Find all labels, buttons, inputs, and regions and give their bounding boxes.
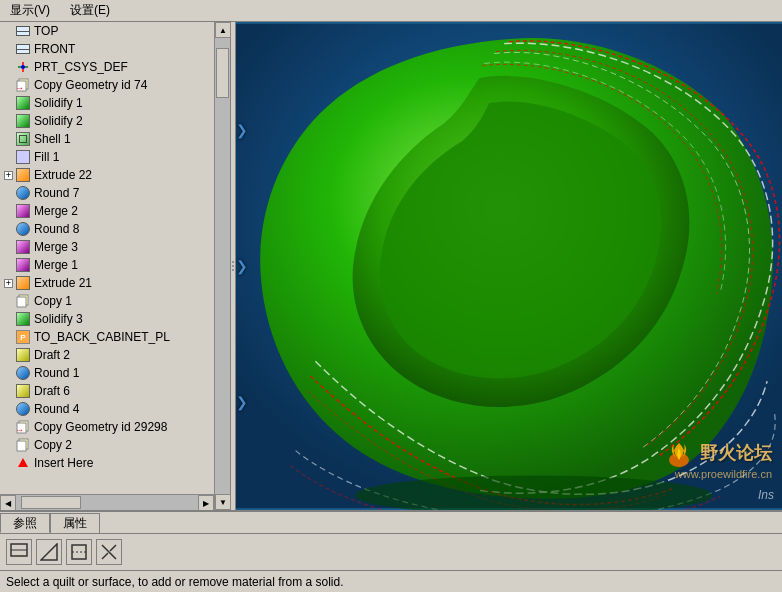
icon-shell1 [15,131,31,147]
icon-draft6 [15,383,31,399]
icon-top [15,23,31,39]
vp-arrow-2[interactable]: ❯ [236,258,248,274]
splitter-dot [232,261,234,263]
tree-item-prt_csys_def[interactable]: PRT_CSYS_DEF [0,58,214,76]
icon-prt_csys_def [15,59,31,75]
select-tool-btn[interactable] [6,539,32,565]
label-fill1: Fill 1 [34,150,59,164]
tree-item-copy_geom_74[interactable]: →Copy Geometry id 74 [0,76,214,94]
menu-display[interactable]: 显示(V) [4,0,56,21]
label-round7: Round 7 [34,186,79,200]
vscroll-thumb[interactable] [216,48,229,98]
viewport-mode-label: Ins [758,488,774,502]
svg-line-18 [41,544,57,560]
vscroll-down-btn[interactable]: ▼ [215,494,231,510]
tree-item-extrude22[interactable]: +Extrude 22 [0,166,214,184]
menu-settings[interactable]: 设置(E) [64,0,116,21]
label-copy_geom_29298: Copy Geometry id 29298 [34,420,167,434]
tab-properties[interactable]: 属性 [50,513,100,533]
hscroll-thumb[interactable] [21,496,81,509]
bottom-tabs: 参照 属性 [0,512,782,534]
icon-round4 [15,401,31,417]
sketch-icon [40,543,58,561]
icon-merge3 [15,239,31,255]
sketch-tool-btn[interactable] [36,539,62,565]
watermark-url: www.proewildfire.cn [675,468,772,480]
icon-fill1 [15,149,31,165]
icon-merge1 [15,257,31,273]
svg-marker-11 [18,458,28,467]
model-tree[interactable]: TOPFRONTPRT_CSYS_DEF→Copy Geometry id 74… [0,22,214,494]
tree-item-solidify3[interactable]: Solidify 3 [0,310,214,328]
label-copy2: Copy 2 [34,438,72,452]
trim-icon [100,543,118,561]
vp-arrow-1[interactable]: ❯ [236,122,248,138]
label-draft6: Draft 6 [34,384,70,398]
tree-item-merge3[interactable]: Merge 3 [0,238,214,256]
tree-item-fill1[interactable]: Fill 1 [0,148,214,166]
tree-item-draft6[interactable]: Draft 6 [0,382,214,400]
bottom-toolbar [0,534,782,570]
icon-round1 [15,365,31,381]
tree-item-solidify1[interactable]: Solidify 1 [0,94,214,112]
label-prt_csys_def: PRT_CSYS_DEF [34,60,128,74]
label-insert_here: Insert Here [34,456,93,470]
hscroll-track [16,495,198,510]
icon-round8 [15,221,31,237]
expand-btn-extrude21[interactable]: + [4,279,13,288]
tree-horizontal-scrollbar[interactable]: ◀ ▶ [0,494,214,510]
tree-item-draft2[interactable]: Draft 2 [0,346,214,364]
tree-item-round7[interactable]: Round 7 [0,184,214,202]
icon-solidify1 [15,95,31,111]
tree-item-round8[interactable]: Round 8 [0,220,214,238]
tree-item-merge2[interactable]: Merge 2 [0,202,214,220]
tree-item-merge1[interactable]: Merge 1 [0,256,214,274]
status-text: Select a quilt or surface, to add or rem… [6,575,343,589]
hscroll-right-btn[interactable]: ▶ [198,495,214,510]
tree-item-shell1[interactable]: Shell 1 [0,130,214,148]
tree-item-copy1[interactable]: Copy 1 [0,292,214,310]
tree-item-round1[interactable]: Round 1 [0,364,214,382]
fire-icon [664,438,694,468]
icon-copy_geom_29298: → [15,419,31,435]
tree-item-extrude21[interactable]: +Extrude 21 [0,274,214,292]
vp-arrow-3[interactable]: ❯ [236,394,248,410]
label-shell1: Shell 1 [34,132,71,146]
tree-item-insert_here[interactable]: Insert Here [0,454,214,472]
3d-shape [236,22,782,510]
svg-point-2 [21,65,25,69]
tree-item-copy2[interactable]: Copy 2 [0,436,214,454]
label-top: TOP [34,24,58,38]
status-bar: Select a quilt or surface, to add or rem… [0,570,782,592]
label-extrude21: Extrude 21 [34,276,92,290]
tree-item-top[interactable]: TOP [0,22,214,40]
label-solidify3: Solidify 3 [34,312,83,326]
hscroll-left-btn[interactable]: ◀ [0,495,16,510]
label-draft2: Draft 2 [34,348,70,362]
model-tree-panel: TOPFRONTPRT_CSYS_DEF→Copy Geometry id 74… [0,22,214,510]
splitter-dot [232,269,234,271]
icon-solidify2 [15,113,31,129]
main-layout: TOPFRONTPRT_CSYS_DEF→Copy Geometry id 74… [0,22,782,510]
tree-item-round4[interactable]: Round 4 [0,400,214,418]
3d-shape-svg [236,22,782,510]
tab-reference[interactable]: 参照 [0,513,50,533]
left-panel-wrapper: TOPFRONTPRT_CSYS_DEF→Copy Geometry id 74… [0,22,230,510]
splitter-dot [232,265,234,267]
tree-item-front[interactable]: FRONT [0,40,214,58]
3d-viewport[interactable]: ❯ ❯ ❯ 野火论坛 www.proewildfire.cn Ins [236,22,782,510]
icon-copy1 [15,293,31,309]
label-front: FRONT [34,42,75,56]
label-merge3: Merge 3 [34,240,78,254]
trim-tool-btn[interactable] [96,539,122,565]
vscroll-up-btn[interactable]: ▲ [215,22,231,38]
tree-item-solidify2[interactable]: Solidify 2 [0,112,214,130]
icon-to_back: P [15,329,31,345]
expand-btn-extrude22[interactable]: + [4,171,13,180]
tree-item-copy_geom_29298[interactable]: →Copy Geometry id 29298 [0,418,214,436]
surface-tool-btn[interactable] [66,539,92,565]
svg-rect-10 [17,441,26,451]
icon-extrude22 [15,167,31,183]
tree-item-to_back[interactable]: PTO_BACK_CABINET_PL [0,328,214,346]
tree-vertical-scrollbar[interactable]: ▲ ▼ [214,22,230,510]
